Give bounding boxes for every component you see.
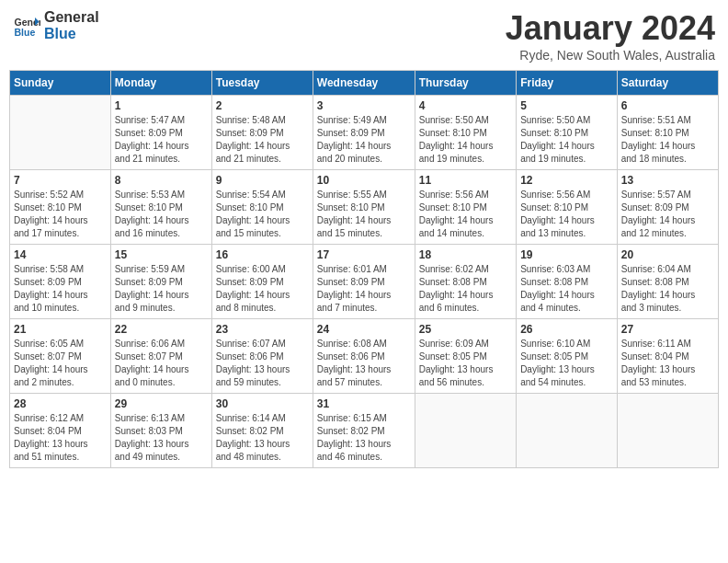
day-number: 14 xyxy=(14,248,107,261)
logo-blue: Blue xyxy=(44,26,99,42)
day-info: Sunrise: 5:52 AM Sunset: 8:10 PM Dayligh… xyxy=(14,189,107,240)
day-number: 30 xyxy=(216,397,309,410)
calendar-cell: 20Sunrise: 6:04 AM Sunset: 8:08 PM Dayli… xyxy=(617,245,718,319)
calendar-cell xyxy=(617,394,718,468)
calendar-cell: 23Sunrise: 6:07 AM Sunset: 8:06 PM Dayli… xyxy=(211,319,313,394)
day-number: 10 xyxy=(317,174,411,187)
day-number: 13 xyxy=(621,174,714,187)
title-block: January 2024 Ryde, New South Wales, Aust… xyxy=(506,9,715,63)
day-info: Sunrise: 6:01 AM Sunset: 8:09 PM Dayligh… xyxy=(317,263,411,315)
calendar-cell: 29Sunrise: 6:13 AM Sunset: 8:03 PM Dayli… xyxy=(110,394,211,468)
day-info: Sunrise: 6:12 AM Sunset: 8:04 PM Dayligh… xyxy=(14,412,107,464)
weekday-header: Sunday xyxy=(10,71,111,96)
calendar-cell: 11Sunrise: 5:56 AM Sunset: 8:10 PM Dayli… xyxy=(415,170,516,245)
day-number: 5 xyxy=(520,99,613,112)
calendar-cell: 10Sunrise: 5:55 AM Sunset: 8:10 PM Dayli… xyxy=(313,170,415,245)
day-number: 6 xyxy=(621,99,714,112)
calendar-week-row: 14Sunrise: 5:58 AM Sunset: 8:09 PM Dayli… xyxy=(10,245,719,319)
day-info: Sunrise: 6:02 AM Sunset: 8:08 PM Dayligh… xyxy=(419,263,512,315)
day-info: Sunrise: 6:13 AM Sunset: 8:03 PM Dayligh… xyxy=(115,412,208,464)
location: Ryde, New South Wales, Australia xyxy=(506,48,715,63)
day-info: Sunrise: 6:04 AM Sunset: 8:08 PM Dayligh… xyxy=(621,263,714,315)
day-number: 11 xyxy=(419,174,512,187)
day-number: 7 xyxy=(14,174,107,187)
day-info: Sunrise: 5:57 AM Sunset: 8:09 PM Dayligh… xyxy=(621,189,714,240)
calendar-cell: 25Sunrise: 6:09 AM Sunset: 8:05 PM Dayli… xyxy=(415,319,516,394)
day-number: 3 xyxy=(317,99,411,112)
calendar-cell: 24Sunrise: 6:08 AM Sunset: 8:06 PM Dayli… xyxy=(313,319,415,394)
day-info: Sunrise: 6:06 AM Sunset: 8:07 PM Dayligh… xyxy=(115,338,208,389)
calendar-cell: 6Sunrise: 5:51 AM Sunset: 8:10 PM Daylig… xyxy=(617,96,718,170)
calendar-cell: 4Sunrise: 5:50 AM Sunset: 8:10 PM Daylig… xyxy=(415,96,516,170)
weekday-header: Wednesday xyxy=(313,71,415,96)
calendar-cell: 31Sunrise: 6:15 AM Sunset: 8:02 PM Dayli… xyxy=(313,394,415,468)
day-info: Sunrise: 6:10 AM Sunset: 8:05 PM Dayligh… xyxy=(520,338,613,389)
day-number: 9 xyxy=(216,174,309,187)
day-info: Sunrise: 6:11 AM Sunset: 8:04 PM Dayligh… xyxy=(621,338,714,389)
day-number: 19 xyxy=(520,248,613,261)
weekday-header-row: SundayMondayTuesdayWednesdayThursdayFrid… xyxy=(10,71,719,96)
day-info: Sunrise: 5:49 AM Sunset: 8:09 PM Dayligh… xyxy=(317,114,411,166)
day-number: 29 xyxy=(115,397,208,410)
calendar-cell xyxy=(415,394,516,468)
day-number: 23 xyxy=(216,323,309,336)
calendar-cell: 12Sunrise: 5:56 AM Sunset: 8:10 PM Dayli… xyxy=(517,170,618,245)
calendar-week-row: 7Sunrise: 5:52 AM Sunset: 8:10 PM Daylig… xyxy=(10,170,719,245)
weekday-header: Friday xyxy=(517,71,618,96)
day-number: 8 xyxy=(115,174,208,187)
calendar-cell: 27Sunrise: 6:11 AM Sunset: 8:04 PM Dayli… xyxy=(617,319,718,394)
calendar-cell: 22Sunrise: 6:06 AM Sunset: 8:07 PM Dayli… xyxy=(110,319,211,394)
day-info: Sunrise: 6:14 AM Sunset: 8:02 PM Dayligh… xyxy=(216,412,309,464)
page-header: General Blue General Blue January 2024 R… xyxy=(9,9,719,63)
day-info: Sunrise: 5:47 AM Sunset: 8:09 PM Dayligh… xyxy=(115,114,208,166)
day-number: 20 xyxy=(621,248,714,261)
calendar-cell xyxy=(10,96,111,170)
day-info: Sunrise: 6:08 AM Sunset: 8:06 PM Dayligh… xyxy=(317,338,411,389)
day-info: Sunrise: 5:56 AM Sunset: 8:10 PM Dayligh… xyxy=(520,189,613,240)
svg-text:Blue: Blue xyxy=(15,26,36,37)
day-info: Sunrise: 6:09 AM Sunset: 8:05 PM Dayligh… xyxy=(419,338,512,389)
day-info: Sunrise: 6:05 AM Sunset: 8:07 PM Dayligh… xyxy=(14,338,107,389)
day-number: 4 xyxy=(419,99,512,112)
calendar-cell: 2Sunrise: 5:48 AM Sunset: 8:09 PM Daylig… xyxy=(211,96,313,170)
calendar-week-row: 28Sunrise: 6:12 AM Sunset: 8:04 PM Dayli… xyxy=(10,394,719,468)
calendar-week-row: 21Sunrise: 6:05 AM Sunset: 8:07 PM Dayli… xyxy=(10,319,719,394)
calendar-cell: 14Sunrise: 5:58 AM Sunset: 8:09 PM Dayli… xyxy=(10,245,111,319)
day-number: 15 xyxy=(115,248,208,261)
calendar-cell: 30Sunrise: 6:14 AM Sunset: 8:02 PM Dayli… xyxy=(211,394,313,468)
day-info: Sunrise: 5:55 AM Sunset: 8:10 PM Dayligh… xyxy=(317,189,411,240)
calendar-cell: 8Sunrise: 5:53 AM Sunset: 8:10 PM Daylig… xyxy=(110,170,211,245)
day-info: Sunrise: 6:00 AM Sunset: 8:09 PM Dayligh… xyxy=(216,263,309,315)
day-info: Sunrise: 5:59 AM Sunset: 8:09 PM Dayligh… xyxy=(115,263,208,315)
day-info: Sunrise: 6:07 AM Sunset: 8:06 PM Dayligh… xyxy=(216,338,309,389)
weekday-header: Tuesday xyxy=(211,71,313,96)
weekday-header: Thursday xyxy=(415,71,516,96)
day-info: Sunrise: 5:50 AM Sunset: 8:10 PM Dayligh… xyxy=(520,114,613,166)
calendar-cell: 18Sunrise: 6:02 AM Sunset: 8:08 PM Dayli… xyxy=(415,245,516,319)
day-number: 28 xyxy=(14,397,107,410)
day-number: 24 xyxy=(317,323,411,336)
day-info: Sunrise: 5:56 AM Sunset: 8:10 PM Dayligh… xyxy=(419,189,512,240)
day-info: Sunrise: 5:54 AM Sunset: 8:10 PM Dayligh… xyxy=(216,189,309,240)
calendar-cell: 19Sunrise: 6:03 AM Sunset: 8:08 PM Dayli… xyxy=(517,245,618,319)
day-number: 22 xyxy=(115,323,208,336)
day-number: 18 xyxy=(419,248,512,261)
calendar-cell: 3Sunrise: 5:49 AM Sunset: 8:09 PM Daylig… xyxy=(313,96,415,170)
calendar-table: SundayMondayTuesdayWednesdayThursdayFrid… xyxy=(9,70,719,468)
calendar-cell: 7Sunrise: 5:52 AM Sunset: 8:10 PM Daylig… xyxy=(10,170,111,245)
calendar-cell: 17Sunrise: 6:01 AM Sunset: 8:09 PM Dayli… xyxy=(313,245,415,319)
day-info: Sunrise: 5:58 AM Sunset: 8:09 PM Dayligh… xyxy=(14,263,107,315)
day-info: Sunrise: 5:48 AM Sunset: 8:09 PM Dayligh… xyxy=(216,114,309,166)
day-info: Sunrise: 5:50 AM Sunset: 8:10 PM Dayligh… xyxy=(419,114,512,166)
calendar-week-row: 1Sunrise: 5:47 AM Sunset: 8:09 PM Daylig… xyxy=(10,96,719,170)
weekday-header: Monday xyxy=(110,71,211,96)
day-info: Sunrise: 6:15 AM Sunset: 8:02 PM Dayligh… xyxy=(317,412,411,464)
calendar-cell: 9Sunrise: 5:54 AM Sunset: 8:10 PM Daylig… xyxy=(211,170,313,245)
day-info: Sunrise: 5:51 AM Sunset: 8:10 PM Dayligh… xyxy=(621,114,714,166)
day-info: Sunrise: 5:53 AM Sunset: 8:10 PM Dayligh… xyxy=(115,189,208,240)
day-number: 17 xyxy=(317,248,411,261)
day-number: 21 xyxy=(14,323,107,336)
weekday-header: Saturday xyxy=(617,71,718,96)
calendar-cell: 15Sunrise: 5:59 AM Sunset: 8:09 PM Dayli… xyxy=(110,245,211,319)
logo: General Blue General Blue xyxy=(13,9,99,41)
